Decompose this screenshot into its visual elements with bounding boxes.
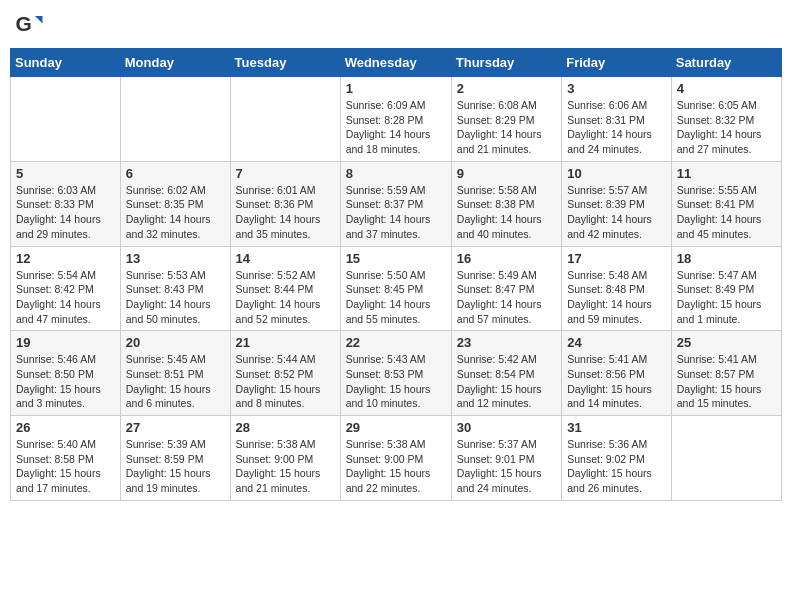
calendar-cell: 30Sunrise: 5:37 AM Sunset: 9:01 PM Dayli… xyxy=(451,416,561,501)
calendar-cell: 5Sunrise: 6:03 AM Sunset: 8:33 PM Daylig… xyxy=(11,161,121,246)
calendar-cell: 25Sunrise: 5:41 AM Sunset: 8:57 PM Dayli… xyxy=(671,331,781,416)
calendar-cell: 19Sunrise: 5:46 AM Sunset: 8:50 PM Dayli… xyxy=(11,331,121,416)
day-info: Sunrise: 5:54 AM Sunset: 8:42 PM Dayligh… xyxy=(16,268,115,327)
weekday-header: Wednesday xyxy=(340,49,451,77)
weekday-header: Sunday xyxy=(11,49,121,77)
calendar-cell: 17Sunrise: 5:48 AM Sunset: 8:48 PM Dayli… xyxy=(562,246,672,331)
calendar-cell: 23Sunrise: 5:42 AM Sunset: 8:54 PM Dayli… xyxy=(451,331,561,416)
day-number: 7 xyxy=(236,166,335,181)
day-number: 31 xyxy=(567,420,666,435)
weekday-header: Thursday xyxy=(451,49,561,77)
day-info: Sunrise: 5:40 AM Sunset: 8:58 PM Dayligh… xyxy=(16,437,115,496)
calendar-cell: 2Sunrise: 6:08 AM Sunset: 8:29 PM Daylig… xyxy=(451,77,561,162)
day-number: 4 xyxy=(677,81,776,96)
day-number: 24 xyxy=(567,335,666,350)
svg-marker-1 xyxy=(35,16,43,24)
calendar-cell: 21Sunrise: 5:44 AM Sunset: 8:52 PM Dayli… xyxy=(230,331,340,416)
calendar-cell: 11Sunrise: 5:55 AM Sunset: 8:41 PM Dayli… xyxy=(671,161,781,246)
weekday-header: Tuesday xyxy=(230,49,340,77)
calendar-cell: 27Sunrise: 5:39 AM Sunset: 8:59 PM Dayli… xyxy=(120,416,230,501)
calendar-cell: 18Sunrise: 5:47 AM Sunset: 8:49 PM Dayli… xyxy=(671,246,781,331)
day-number: 19 xyxy=(16,335,115,350)
day-info: Sunrise: 5:43 AM Sunset: 8:53 PM Dayligh… xyxy=(346,352,446,411)
day-number: 21 xyxy=(236,335,335,350)
day-info: Sunrise: 5:45 AM Sunset: 8:51 PM Dayligh… xyxy=(126,352,225,411)
weekday-header-row: SundayMondayTuesdayWednesdayThursdayFrid… xyxy=(11,49,782,77)
day-number: 25 xyxy=(677,335,776,350)
calendar-cell: 28Sunrise: 5:38 AM Sunset: 9:00 PM Dayli… xyxy=(230,416,340,501)
day-number: 22 xyxy=(346,335,446,350)
day-info: Sunrise: 6:03 AM Sunset: 8:33 PM Dayligh… xyxy=(16,183,115,242)
day-number: 20 xyxy=(126,335,225,350)
day-info: Sunrise: 5:47 AM Sunset: 8:49 PM Dayligh… xyxy=(677,268,776,327)
calendar-week-row: 1Sunrise: 6:09 AM Sunset: 8:28 PM Daylig… xyxy=(11,77,782,162)
weekday-header: Monday xyxy=(120,49,230,77)
day-info: Sunrise: 5:38 AM Sunset: 9:00 PM Dayligh… xyxy=(236,437,335,496)
day-info: Sunrise: 5:41 AM Sunset: 8:56 PM Dayligh… xyxy=(567,352,666,411)
calendar-cell: 26Sunrise: 5:40 AM Sunset: 8:58 PM Dayli… xyxy=(11,416,121,501)
day-number: 18 xyxy=(677,251,776,266)
calendar-week-row: 26Sunrise: 5:40 AM Sunset: 8:58 PM Dayli… xyxy=(11,416,782,501)
day-info: Sunrise: 6:05 AM Sunset: 8:32 PM Dayligh… xyxy=(677,98,776,157)
day-number: 6 xyxy=(126,166,225,181)
calendar-cell: 3Sunrise: 6:06 AM Sunset: 8:31 PM Daylig… xyxy=(562,77,672,162)
calendar-cell: 12Sunrise: 5:54 AM Sunset: 8:42 PM Dayli… xyxy=(11,246,121,331)
calendar-cell: 1Sunrise: 6:09 AM Sunset: 8:28 PM Daylig… xyxy=(340,77,451,162)
calendar-cell: 24Sunrise: 5:41 AM Sunset: 8:56 PM Dayli… xyxy=(562,331,672,416)
day-info: Sunrise: 5:41 AM Sunset: 8:57 PM Dayligh… xyxy=(677,352,776,411)
calendar-cell: 31Sunrise: 5:36 AM Sunset: 9:02 PM Dayli… xyxy=(562,416,672,501)
calendar-table: SundayMondayTuesdayWednesdayThursdayFrid… xyxy=(10,48,782,501)
calendar-cell: 14Sunrise: 5:52 AM Sunset: 8:44 PM Dayli… xyxy=(230,246,340,331)
day-info: Sunrise: 5:37 AM Sunset: 9:01 PM Dayligh… xyxy=(457,437,556,496)
day-info: Sunrise: 5:39 AM Sunset: 8:59 PM Dayligh… xyxy=(126,437,225,496)
weekday-header: Friday xyxy=(562,49,672,77)
day-info: Sunrise: 6:01 AM Sunset: 8:36 PM Dayligh… xyxy=(236,183,335,242)
day-info: Sunrise: 5:50 AM Sunset: 8:45 PM Dayligh… xyxy=(346,268,446,327)
calendar-cell: 9Sunrise: 5:58 AM Sunset: 8:38 PM Daylig… xyxy=(451,161,561,246)
day-number: 30 xyxy=(457,420,556,435)
day-number: 26 xyxy=(16,420,115,435)
day-number: 3 xyxy=(567,81,666,96)
calendar-cell xyxy=(671,416,781,501)
day-number: 9 xyxy=(457,166,556,181)
weekday-header: Saturday xyxy=(671,49,781,77)
calendar-cell: 4Sunrise: 6:05 AM Sunset: 8:32 PM Daylig… xyxy=(671,77,781,162)
day-info: Sunrise: 5:58 AM Sunset: 8:38 PM Dayligh… xyxy=(457,183,556,242)
day-info: Sunrise: 5:48 AM Sunset: 8:48 PM Dayligh… xyxy=(567,268,666,327)
svg-text:G: G xyxy=(16,12,32,35)
day-number: 16 xyxy=(457,251,556,266)
day-number: 13 xyxy=(126,251,225,266)
day-number: 27 xyxy=(126,420,225,435)
calendar-cell: 13Sunrise: 5:53 AM Sunset: 8:43 PM Dayli… xyxy=(120,246,230,331)
day-info: Sunrise: 5:55 AM Sunset: 8:41 PM Dayligh… xyxy=(677,183,776,242)
logo-icon: G xyxy=(14,10,44,40)
day-info: Sunrise: 5:57 AM Sunset: 8:39 PM Dayligh… xyxy=(567,183,666,242)
calendar-cell: 8Sunrise: 5:59 AM Sunset: 8:37 PM Daylig… xyxy=(340,161,451,246)
day-number: 14 xyxy=(236,251,335,266)
day-info: Sunrise: 5:44 AM Sunset: 8:52 PM Dayligh… xyxy=(236,352,335,411)
day-number: 1 xyxy=(346,81,446,96)
day-number: 11 xyxy=(677,166,776,181)
day-number: 23 xyxy=(457,335,556,350)
page-header: G xyxy=(10,10,782,40)
day-number: 2 xyxy=(457,81,556,96)
calendar-cell: 7Sunrise: 6:01 AM Sunset: 8:36 PM Daylig… xyxy=(230,161,340,246)
calendar-cell xyxy=(230,77,340,162)
day-info: Sunrise: 5:36 AM Sunset: 9:02 PM Dayligh… xyxy=(567,437,666,496)
day-info: Sunrise: 5:53 AM Sunset: 8:43 PM Dayligh… xyxy=(126,268,225,327)
day-info: Sunrise: 6:09 AM Sunset: 8:28 PM Dayligh… xyxy=(346,98,446,157)
calendar-cell: 6Sunrise: 6:02 AM Sunset: 8:35 PM Daylig… xyxy=(120,161,230,246)
day-number: 15 xyxy=(346,251,446,266)
day-info: Sunrise: 5:49 AM Sunset: 8:47 PM Dayligh… xyxy=(457,268,556,327)
calendar-cell: 10Sunrise: 5:57 AM Sunset: 8:39 PM Dayli… xyxy=(562,161,672,246)
calendar-week-row: 5Sunrise: 6:03 AM Sunset: 8:33 PM Daylig… xyxy=(11,161,782,246)
day-info: Sunrise: 5:46 AM Sunset: 8:50 PM Dayligh… xyxy=(16,352,115,411)
day-info: Sunrise: 5:38 AM Sunset: 9:00 PM Dayligh… xyxy=(346,437,446,496)
calendar-cell xyxy=(120,77,230,162)
day-info: Sunrise: 6:08 AM Sunset: 8:29 PM Dayligh… xyxy=(457,98,556,157)
day-info: Sunrise: 5:59 AM Sunset: 8:37 PM Dayligh… xyxy=(346,183,446,242)
calendar-cell xyxy=(11,77,121,162)
day-info: Sunrise: 5:52 AM Sunset: 8:44 PM Dayligh… xyxy=(236,268,335,327)
calendar-cell: 20Sunrise: 5:45 AM Sunset: 8:51 PM Dayli… xyxy=(120,331,230,416)
day-number: 8 xyxy=(346,166,446,181)
